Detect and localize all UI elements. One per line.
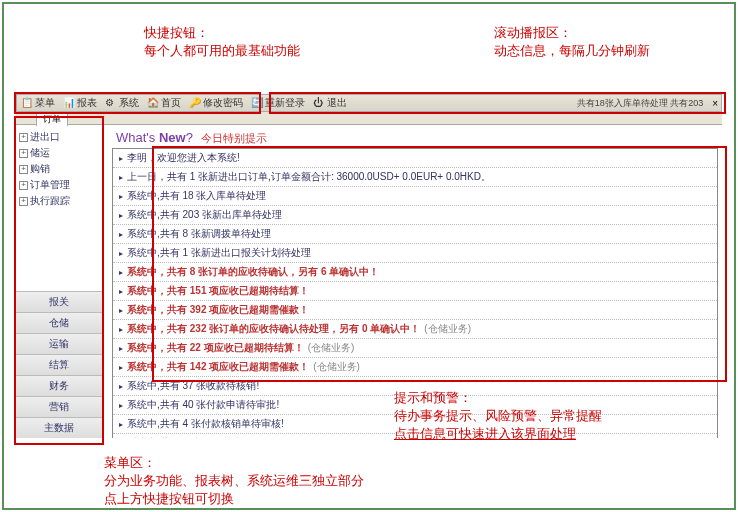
- tree-label: 购销: [30, 162, 50, 176]
- ticker-close-button[interactable]: ×: [709, 98, 721, 109]
- alert-message[interactable]: 系统中，共有 142 项应收已超期需催款！(仓储业务): [113, 358, 717, 377]
- bottom-menu-item[interactable]: 仓储: [16, 312, 102, 333]
- tree-label: 储运: [30, 146, 50, 160]
- annotation-title: 快捷按钮：: [144, 25, 209, 40]
- alert-message[interactable]: 系统中，共有 232 张订单的应收待确认待处理，另有 0 单确认中！(仓储业务): [113, 320, 717, 339]
- annotation-desc: 每个人都可用的最基础功能: [144, 43, 300, 58]
- key-icon: 🔑: [189, 97, 201, 109]
- report-button[interactable]: 📊报表: [59, 96, 101, 110]
- annotation-desc: 动态信息，每隔几分钟刷新: [494, 43, 650, 58]
- toolbar: 📋菜单 📊报表 ⚙系统 🏠首页 🔑修改密码 🔄重新登录 ⏻退出 共有18张入库单…: [16, 94, 722, 112]
- expand-icon[interactable]: +: [19, 165, 28, 174]
- expand-icon[interactable]: +: [19, 133, 28, 142]
- bottom-menu-item[interactable]: 报关: [16, 291, 102, 312]
- menu-icon: 📋: [21, 97, 33, 109]
- tree-label: 执行跟踪: [30, 194, 70, 208]
- bottom-menu-item[interactable]: 运输: [16, 333, 102, 354]
- relogin-icon: 🔄: [251, 97, 263, 109]
- tree-label: 订单管理: [30, 178, 70, 192]
- alert-message[interactable]: 系统中,共有 18 张入库单待处理: [113, 187, 717, 206]
- menu-button[interactable]: 📋菜单: [17, 96, 59, 110]
- alert-message[interactable]: 系统中,共有 203 张新出库单待处理: [113, 206, 717, 225]
- tree-item[interactable]: +进出口: [19, 129, 99, 145]
- alert-message[interactable]: 上一日，共有 1 张新进出口订单,订单金额合计: 36000.0USD+ 0.0…: [113, 168, 717, 187]
- tab-orders[interactable]: 订单: [36, 112, 68, 126]
- bottom-menu-item[interactable]: 主数据: [16, 417, 102, 438]
- relogin-button[interactable]: 🔄重新登录: [247, 96, 309, 110]
- annotation-title: 滚动播报区：: [494, 25, 572, 40]
- ticker-text: 共有18张入库单待处理 共有203: [577, 97, 710, 110]
- expand-icon[interactable]: +: [19, 197, 28, 206]
- sidebar: +进出口+储运+购销+订单管理+执行跟踪 报关仓储运输结算财务营销主数据: [16, 126, 102, 438]
- alert-message[interactable]: 系统中，共有 8 张订单的应收待确认，另有 6 单确认中！: [113, 263, 717, 282]
- bottom-menu: 报关仓储运输结算财务营销主数据: [16, 291, 102, 438]
- alert-message[interactable]: 系统中,共有 8 张新调拨单待处理: [113, 225, 717, 244]
- exit-button[interactable]: ⏻退出: [309, 96, 351, 110]
- home-icon: 🏠: [147, 97, 159, 109]
- bottom-menu-item[interactable]: 营销: [16, 396, 102, 417]
- change-password-button[interactable]: 🔑修改密码: [185, 96, 247, 110]
- system-button[interactable]: ⚙系统: [101, 96, 143, 110]
- annotation-desc: 分为业务功能、报表树、系统运维三独立部分: [104, 473, 364, 488]
- tab-strip: 订单: [16, 112, 722, 125]
- system-icon: ⚙: [105, 97, 117, 109]
- home-button[interactable]: 🏠首页: [143, 96, 185, 110]
- report-icon: 📊: [63, 97, 75, 109]
- annotation-title: 提示和预警：: [394, 390, 472, 405]
- alert-message[interactable]: 系统中，共有 392 项应收已超期需催款！: [113, 301, 717, 320]
- tree-item[interactable]: +订单管理: [19, 177, 99, 193]
- whatsnew-header: What's New? 今日特别提示: [108, 126, 722, 148]
- alert-message[interactable]: 系统中,共有 1 张新进出口报关计划待处理: [113, 244, 717, 263]
- alert-message[interactable]: 系统中，共有 151 项应收已超期待结算！: [113, 282, 717, 301]
- tree-item[interactable]: +购销: [19, 161, 99, 177]
- annotation-desc: 点上方快捷按钮可切换: [104, 491, 234, 506]
- alert-message[interactable]: 系统中，共有 22 项应收已超期待结算！(仓储业务): [113, 339, 717, 358]
- tree: +进出口+储运+购销+订单管理+执行跟踪: [16, 126, 102, 212]
- alert-message[interactable]: 李明，欢迎您进入本系统!: [113, 149, 717, 168]
- bottom-menu-item[interactable]: 结算: [16, 354, 102, 375]
- tree-item[interactable]: +执行跟踪: [19, 193, 99, 209]
- tree-item[interactable]: +储运: [19, 145, 99, 161]
- bottom-menu-item[interactable]: 财务: [16, 375, 102, 396]
- annotation-title: 菜单区：: [104, 455, 156, 470]
- expand-icon[interactable]: +: [19, 181, 28, 190]
- tree-label: 进出口: [30, 130, 60, 144]
- exit-icon: ⏻: [313, 97, 325, 109]
- expand-icon[interactable]: +: [19, 149, 28, 158]
- annotation-desc: 待办事务提示、风险预警、异常提醒: [394, 408, 602, 423]
- annotation-desc: 点击信息可快速进入该界面处理: [394, 426, 576, 441]
